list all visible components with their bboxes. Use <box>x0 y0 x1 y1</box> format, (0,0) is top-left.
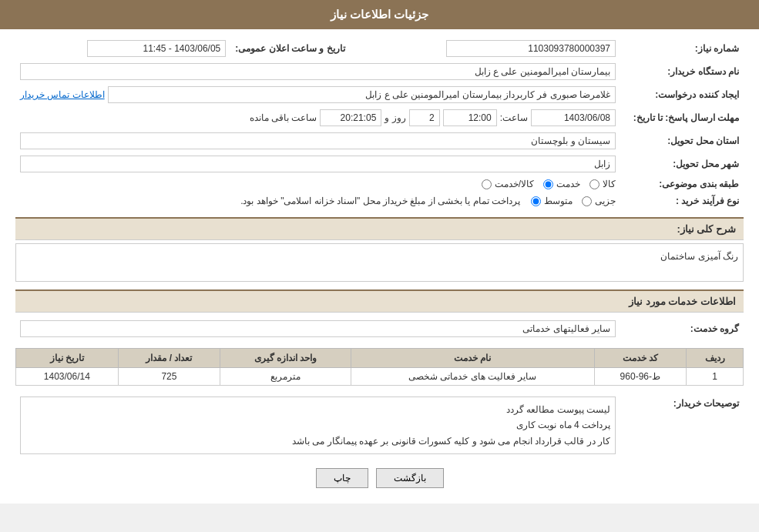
tosifat-label: توصیحات خریدار: <box>620 393 744 457</box>
table-row: 1ط-96-960سایر فعالیت های خدماتی شخصیمترم… <box>16 368 744 386</box>
col-kod: کد خدمت <box>594 349 686 368</box>
tosifat-box: لیست پیوست مطالعه گرددپرداخت 4 ماه نوبت … <box>20 396 616 454</box>
cell-vahed: مترمربع <box>220 368 351 386</box>
tabaqe-kala-item[interactable]: کالا <box>589 179 616 189</box>
shomara-niaz-label: شماره نیاز: <box>620 37 744 60</box>
nooe-motevaset-item[interactable]: متوسط <box>531 196 573 206</box>
ijad-konande-label: ایجاد کننده درخواست: <box>620 83 744 106</box>
tabaqe-kala-khadamat-label: کالا/خدمت <box>495 179 534 189</box>
buttons-row: بازگشت چاپ <box>15 468 744 488</box>
tarikh-aalan-value: 1403/06/05 - 11:45 <box>87 40 226 57</box>
shomara-niaz-value: 1103093780000397 <box>446 40 616 57</box>
btn-chap[interactable]: چاپ <box>316 468 368 488</box>
nooe-motevaset-label: متوسط <box>544 196 573 206</box>
saat-value: 12:00 <box>443 109 497 126</box>
shahr-label: شهر محل تحویل: <box>620 152 744 176</box>
ostan-label: استان محل تحویل: <box>620 129 744 152</box>
cell-tedad: 725 <box>118 368 220 386</box>
col-radif: ردیف <box>687 349 744 368</box>
col-tedad: تعداد / مقدار <box>118 349 220 368</box>
page-title: جزئیات اطلاعات نیاز <box>331 8 428 21</box>
sharh-section-title: شرح کلی نیاز: <box>15 217 744 240</box>
nam-dastgah-label: نام دستگاه خریدار: <box>620 60 744 83</box>
tosifat-line: لیست پیوست مطالعه گردد <box>25 402 610 417</box>
tabaqebandi-label: طبقه بندی موضوعی: <box>620 176 744 192</box>
khadamat-section-title: اطلاعات خدمات مورد نیاز <box>15 289 744 313</box>
rooz-value: 2 <box>409 109 440 126</box>
tabaqe-khadamat-radio[interactable] <box>543 179 553 189</box>
grooh-label: گروه خدمت: <box>620 317 744 340</box>
ettelaat-link[interactable]: اطلاعات تماس خریدار <box>20 89 105 100</box>
tabaqe-group: کالا خدمت کالا/خدمت <box>20 179 616 189</box>
shahr-value: زابل <box>20 156 616 172</box>
nooe-jozii-item[interactable]: جزیی <box>582 196 616 206</box>
nooe-group: جزیی متوسط <box>531 196 616 206</box>
tabaqe-kala-radio[interactable] <box>589 179 599 189</box>
btn-bazgasht[interactable]: بازگشت <box>376 468 444 488</box>
cell-name: سایر فعالیت های خدماتی شخصی <box>351 368 595 386</box>
tabaqe-kala-khadamat-radio[interactable] <box>482 179 492 189</box>
rooz-label: روز و <box>385 112 405 123</box>
nooe-description: پرداخت تمام یا بخشی از مبلغ خریداز محل "… <box>240 196 520 206</box>
tarikh-value: 1403/06/08 <box>531 109 616 126</box>
cell-tarikh: 1403/06/14 <box>16 368 119 386</box>
nam-dastgah-value: بیمارستان امیرالمومنین علی ع زابل <box>20 63 616 80</box>
nooe-motevaset-radio[interactable] <box>531 196 541 206</box>
nooe-farayand-label: نوع فرآیند خرید : <box>620 192 744 209</box>
mohlat-label: مهلت ارسال پاسخ: تا تاریخ: <box>620 106 744 129</box>
tabaqe-kala-khadamat-item[interactable]: کالا/خدمت <box>482 179 534 189</box>
saat-label: ساعت: <box>500 112 528 123</box>
tosifat-line: پرداخت 4 ماه نوبت کاری <box>25 417 610 433</box>
tarikh-aalan-label: تاریخ و ساعت اعلان عمومی: <box>230 37 360 60</box>
col-name: نام خدمت <box>351 349 595 368</box>
baqi-value: 20:21:05 <box>320 109 381 126</box>
grooh-value: سایر فعالیتهای خدماتی <box>20 320 616 337</box>
ijad-konande-value: غلامرضا صبوری فر کاربرداز بیمارستان امیر… <box>108 86 616 103</box>
nooe-jozii-label: جزیی <box>595 196 616 206</box>
page-header: جزئیات اطلاعات نیاز <box>0 0 759 29</box>
col-tarikh: تاریخ نیاز <box>16 349 119 368</box>
tabaqe-khadamat-item[interactable]: خدمت <box>543 179 580 189</box>
tabaqe-kala-label: کالا <box>603 179 616 189</box>
nooe-jozii-radio[interactable] <box>582 196 592 206</box>
sharh-value: رنگ آمیزی ساختمان <box>15 243 744 282</box>
baqi-label: ساعت باقی مانده <box>250 112 317 123</box>
cell-kod: ط-96-960 <box>594 368 686 386</box>
tosifat-line: کار در قالب قرارداد انجام می شود و کلیه … <box>25 433 610 449</box>
cell-radif: 1 <box>687 368 744 386</box>
col-vahed: واحد اندازه گیری <box>220 349 351 368</box>
tabaqe-khadamat-label: خدمت <box>556 179 580 189</box>
ostan-value: سیستان و بلوچستان <box>20 132 616 149</box>
